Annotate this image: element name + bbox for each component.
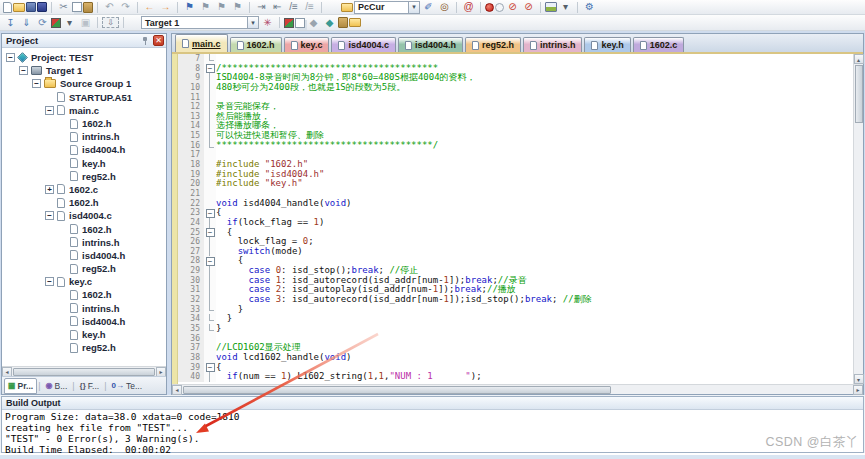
configuration-wrench-icon[interactable]: ⚙ [582,1,597,14]
editor-hscrollbar[interactable]: ◂ ▸ [172,384,863,394]
code-line[interactable]: 29 case 0: isd_stop();break; //停止 [178,266,853,276]
packs-diamond-icon[interactable]: ◆ [322,16,337,29]
code-line[interactable]: 35} [178,324,853,334]
code-line[interactable]: 21 [178,189,853,199]
pack-installer-icon[interactable] [349,18,361,27]
code-line[interactable]: 25− { [178,228,853,238]
code-line[interactable]: 28− { [178,256,853,266]
fold-toggle[interactable]: − [204,228,216,238]
tree-item[interactable]: −main.c [2,104,166,117]
tree-item[interactable]: −isd4004.c [2,209,166,222]
editor-tab-1602-h[interactable]: 1602.h [230,37,282,52]
indent-icon[interactable]: ⇥ [254,1,269,14]
prev-bookmark-icon[interactable]: ⚑ [198,1,213,14]
code-line[interactable]: 38void lcd1602_handle(void) [178,353,853,363]
project-tree-hscrollbar[interactable]: ◂ ▸ [2,366,166,376]
tree-item[interactable]: intrins.h [2,302,166,315]
next-bookmark-icon[interactable]: ⚑ [214,1,229,14]
file-extensions-icon[interactable] [295,18,305,28]
toggle-bookmark-icon[interactable]: ⚑ [182,1,197,14]
open-file-icon[interactable] [13,3,25,12]
editor-tab-isd4004-c[interactable]: isd4004.c [331,37,396,52]
tree-item[interactable]: 1602.h [2,117,166,130]
build-target-icon[interactable]: ⇓ [19,16,34,29]
scroll-right-arrow[interactable]: ▸ [156,367,166,377]
stop-build-icon[interactable]: ▣ [78,16,93,29]
scroll-left-arrow[interactable]: ◂ [2,367,12,377]
redo-icon[interactable]: ↷ [118,1,133,14]
code-line[interactable]: 10480秒可分为2400段，也就是1S的段数为5段。 [178,83,853,93]
tree-item[interactable]: key.h [2,157,166,170]
collapse-box-icon[interactable]: − [206,64,215,73]
panel-tab-pr[interactable]: ▦Pr... [4,378,37,394]
fold-toggle[interactable]: − [204,256,216,266]
find-text-combo[interactable]: PcCur▾ [354,1,420,14]
paste-icon[interactable] [83,2,93,13]
chevron-down-icon[interactable]: ▾ [247,17,258,28]
editor-tab-key-h[interactable]: key.h [584,37,630,52]
scrollbar-thumb[interactable] [13,368,155,376]
fold-toggle[interactable]: − [204,64,216,74]
fold-toggle[interactable]: − [204,363,216,373]
batch-build-icon[interactable] [51,18,61,28]
manage-components-icon[interactable] [284,18,294,28]
collapse-box-icon[interactable]: − [206,257,215,266]
books-diamond-icon[interactable]: ◆ [306,16,321,29]
enable-breakpoint-icon[interactable] [495,3,504,12]
fold-toggle[interactable]: − [204,208,216,218]
tree-item[interactable]: intrins.h [2,236,166,249]
unindent-icon[interactable]: ⇤ [270,1,285,14]
code-line[interactable]: 17 [178,150,853,160]
tree-item[interactable]: −Project: TEST [2,51,166,64]
comment-icon[interactable]: /≡ [286,1,301,14]
code-line[interactable]: 9ISD4004-8录音时间为8分钟，即8*60=480S根据4004的资料， [178,73,853,83]
code-line[interactable]: 27 switch(mode) [178,247,853,257]
editor-tab-isd4004-h[interactable]: isd4004.h [398,37,463,52]
scroll-down-arrow[interactable]: ▾ [854,374,864,384]
editor-tab-key-c[interactable]: key.c [284,37,330,52]
code-line[interactable]: 23−{ [178,208,853,218]
collapse-box-icon[interactable]: − [206,209,215,218]
collapse-box-icon[interactable]: − [206,228,215,237]
tree-item[interactable]: isd4004.h [2,143,166,156]
uncomment-icon[interactable]: /≡ [302,1,317,14]
code-line[interactable]: 39−{ [178,363,853,373]
copy-icon[interactable] [72,2,82,12]
collapse-box-icon[interactable]: − [206,363,215,372]
memory-window-dropdown[interactable]: ▾ [558,1,573,14]
expand-toggle[interactable]: − [45,211,54,220]
code-line[interactable]: 14选择播放哪条， [178,121,853,131]
tree-item[interactable]: intrins.h [2,130,166,143]
tree-item[interactable]: reg52.h [2,341,166,354]
tree-item[interactable]: isd4004.h [2,315,166,328]
code-line[interactable]: 26 lock_flag = 0; [178,237,853,247]
disable-all-breakpoints-icon[interactable]: ⊘ [505,1,520,14]
tree-item[interactable]: 1602.h [2,196,166,209]
code-line[interactable]: 24 if(lock_flag == 1) [178,218,853,228]
translate-file-icon[interactable]: ↧ [3,16,18,29]
panel-tab-f[interactable]: {}F... [76,378,104,394]
tree-item[interactable]: +1602.c [2,183,166,196]
code-line[interactable]: 32 case 3: isd_autorecord(isd_addr[num-1… [178,295,853,305]
tree-item[interactable]: 1602.h [2,222,166,235]
code-line[interactable]: 18#include "1602.h" [178,160,853,170]
chevron-down-icon[interactable]: ▾ [408,2,419,13]
scrollbar-thumb[interactable] [183,386,611,394]
scroll-right-arrow[interactable]: ▸ [853,385,863,395]
code-line[interactable]: 22void isd4004_handle(void) [178,199,853,209]
scrollbar-thumb[interactable] [855,65,863,123]
pin-icon[interactable] [140,36,150,46]
memory-window-icon[interactable] [545,2,557,12]
search-icon[interactable]: ◎ [437,1,452,14]
save-all-icon[interactable] [37,2,47,12]
find-in-files-icon[interactable] [341,3,353,12]
tree-item[interactable]: 1602.h [2,288,166,301]
navigate-back-icon[interactable]: ← [142,1,157,14]
target-select[interactable]: Target 1▾ [141,16,259,29]
expand-toggle[interactable]: − [45,277,54,286]
code-line[interactable]: 20#include "key.h" [178,179,853,189]
package-icon[interactable] [338,17,348,28]
build-output-content[interactable]: Program Size: data=38.0 xdata=0 code=181… [2,410,863,455]
editor-tab-1602-c[interactable]: 1602.c [633,37,685,52]
code-line[interactable]: 34 } [178,314,853,324]
